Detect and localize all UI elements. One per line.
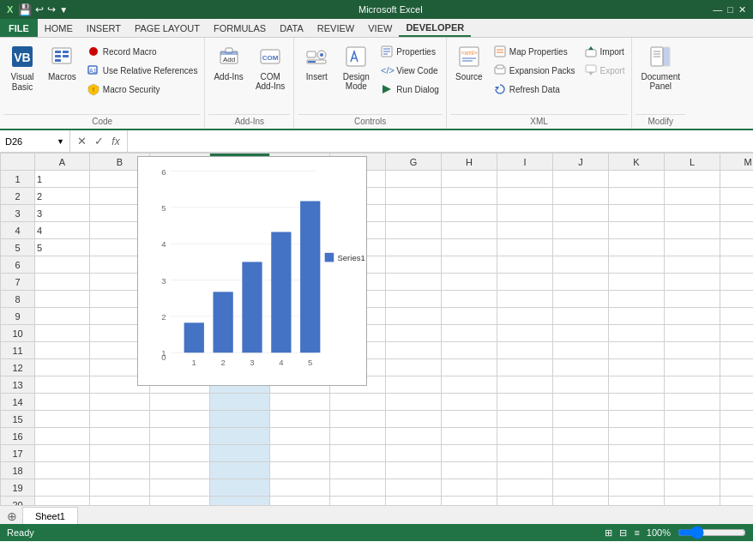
cell-L16[interactable] xyxy=(665,428,720,445)
cell-L15[interactable] xyxy=(665,411,720,428)
cell-I18[interactable] xyxy=(497,462,553,479)
cell-ref-dropdown[interactable]: ▼ xyxy=(57,137,64,146)
cell-M2[interactable] xyxy=(720,188,754,205)
cell-K12[interactable] xyxy=(609,359,665,376)
cell-K5[interactable] xyxy=(609,239,665,256)
cell-D17[interactable] xyxy=(210,445,270,462)
cell-G10[interactable] xyxy=(386,325,442,342)
cell-H19[interactable] xyxy=(442,479,497,497)
export-button[interactable]: Export xyxy=(581,62,629,79)
cell-L10[interactable] xyxy=(665,325,720,342)
map-properties-button[interactable]: Map Properties xyxy=(490,43,579,60)
cell-A1[interactable]: 1 xyxy=(35,171,90,188)
cell-K14[interactable] xyxy=(609,394,665,411)
cell-G15[interactable] xyxy=(386,411,442,428)
cell-H15[interactable] xyxy=(442,411,497,428)
minimize-btn[interactable]: — xyxy=(713,4,722,15)
cell-A3[interactable]: 3 xyxy=(35,205,90,222)
cell-H12[interactable] xyxy=(442,359,497,376)
cell-A5[interactable]: 5 xyxy=(35,239,90,256)
macros-button[interactable]: Macros xyxy=(43,39,81,85)
cell-I16[interactable] xyxy=(497,428,553,445)
run-dialog-button[interactable]: Run Dialog xyxy=(376,81,442,98)
cell-K16[interactable] xyxy=(609,428,665,445)
cell-G4[interactable] xyxy=(386,222,442,239)
cell-D18[interactable] xyxy=(210,462,270,479)
cell-G1[interactable] xyxy=(386,171,442,188)
cell-A20[interactable] xyxy=(35,497,90,506)
cell-H6[interactable] xyxy=(442,256,497,274)
col-header-G[interactable]: G xyxy=(386,154,442,171)
cell-L5[interactable] xyxy=(665,239,720,256)
cell-G16[interactable] xyxy=(386,428,442,445)
cell-H14[interactable] xyxy=(442,394,497,411)
cell-H3[interactable] xyxy=(442,205,497,222)
cell-G6[interactable] xyxy=(386,256,442,274)
cell-H20[interactable] xyxy=(442,497,497,506)
cell-E18[interactable] xyxy=(270,462,330,479)
menu-developer[interactable]: DEVELOPER xyxy=(399,19,471,37)
cell-H13[interactable] xyxy=(442,376,497,394)
cell-H10[interactable] xyxy=(442,325,497,342)
cell-I20[interactable] xyxy=(497,497,553,506)
cell-G3[interactable] xyxy=(386,205,442,222)
close-btn[interactable]: ✕ xyxy=(738,4,746,15)
cell-F19[interactable] xyxy=(330,479,386,497)
cell-A8[interactable] xyxy=(35,291,90,308)
cell-C19[interactable] xyxy=(150,479,210,497)
expansion-packs-button[interactable]: Expansion Packs xyxy=(490,62,579,79)
cell-M1[interactable] xyxy=(720,171,754,188)
insert-function-icon[interactable]: fx xyxy=(108,135,123,148)
cell-D15[interactable] xyxy=(210,411,270,428)
cancel-formula-icon[interactable]: ✕ xyxy=(74,135,89,148)
formula-input[interactable] xyxy=(128,130,753,152)
cell-B19[interactable] xyxy=(90,479,150,497)
cell-L17[interactable] xyxy=(665,445,720,462)
menu-data[interactable]: DATA xyxy=(273,19,310,37)
add-ins-button[interactable]: Add Add-Ins xyxy=(208,39,248,85)
cell-J15[interactable] xyxy=(553,411,609,428)
cell-M5[interactable] xyxy=(720,239,754,256)
cell-I10[interactable] xyxy=(497,325,553,342)
cell-A7[interactable] xyxy=(35,274,90,291)
cell-A18[interactable] xyxy=(35,462,90,479)
cell-E20[interactable] xyxy=(270,497,330,506)
cell-B14[interactable] xyxy=(90,394,150,411)
cell-L6[interactable] xyxy=(665,256,720,274)
cell-H8[interactable] xyxy=(442,291,497,308)
cell-K13[interactable] xyxy=(609,376,665,394)
visual-basic-button[interactable]: VB VisualBasic xyxy=(3,39,41,96)
cell-F17[interactable] xyxy=(330,445,386,462)
cell-F15[interactable] xyxy=(330,411,386,428)
cell-H1[interactable] xyxy=(442,171,497,188)
cell-M9[interactable] xyxy=(720,308,754,325)
sheet-tab-sheet1[interactable]: Sheet1 xyxy=(22,507,78,524)
view-code-button[interactable]: </> View Code xyxy=(376,62,442,79)
menu-page-layout[interactable]: PAGE LAYOUT xyxy=(128,19,207,37)
cell-I6[interactable] xyxy=(497,256,553,274)
page-layout-view-icon[interactable]: ⊟ xyxy=(619,527,627,539)
cell-J18[interactable] xyxy=(553,462,609,479)
menu-view[interactable]: VIEW xyxy=(361,19,399,37)
cell-I1[interactable] xyxy=(497,171,553,188)
cell-L19[interactable] xyxy=(665,479,720,497)
cell-L18[interactable] xyxy=(665,462,720,479)
record-macro-button[interactable]: Record Macro xyxy=(83,43,202,60)
cell-I11[interactable] xyxy=(497,342,553,359)
cell-L2[interactable] xyxy=(665,188,720,205)
cell-G18[interactable] xyxy=(386,462,442,479)
cell-A2[interactable]: 2 xyxy=(35,188,90,205)
cell-M13[interactable] xyxy=(720,376,754,394)
cell-G20[interactable] xyxy=(386,497,442,506)
cell-A17[interactable] xyxy=(35,445,90,462)
cell-I15[interactable] xyxy=(497,411,553,428)
cell-H4[interactable] xyxy=(442,222,497,239)
cell-K9[interactable] xyxy=(609,308,665,325)
cell-H5[interactable] xyxy=(442,239,497,256)
cell-H9[interactable] xyxy=(442,308,497,325)
cell-J6[interactable] xyxy=(553,256,609,274)
col-header-A[interactable]: A xyxy=(35,154,90,171)
cell-G2[interactable] xyxy=(386,188,442,205)
cell-L3[interactable] xyxy=(665,205,720,222)
properties-button[interactable]: Properties xyxy=(376,43,442,60)
